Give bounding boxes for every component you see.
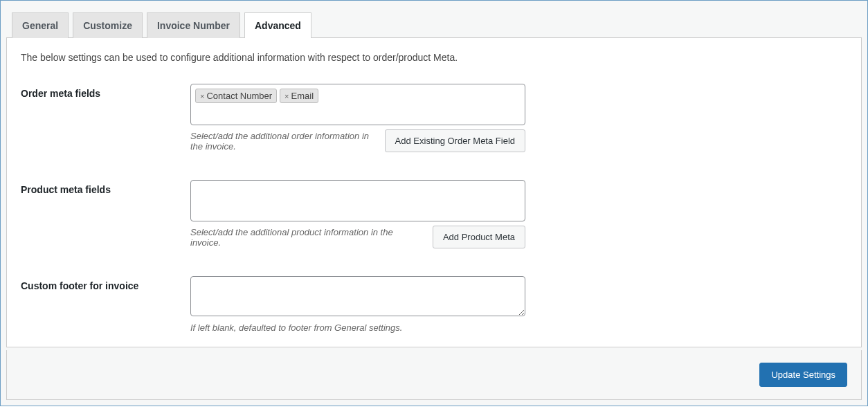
row-order-meta: Order meta fields ×Contact Number ×Email… [21, 84, 847, 152]
tab-general[interactable]: General [12, 12, 69, 38]
order-meta-help: Select/add the additional order informat… [190, 131, 378, 152]
custom-footer-textarea[interactable] [190, 276, 525, 316]
add-order-meta-button[interactable]: Add Existing Order Meta Field [385, 129, 525, 152]
tab-customize[interactable]: Customize [73, 12, 143, 38]
panel-intro: The below settings can be used to config… [21, 52, 847, 63]
tab-invoice-number[interactable]: Invoice Number [147, 12, 240, 38]
tag-label: Email [291, 91, 314, 101]
custom-footer-help: If left blank, defaulted to footer from … [190, 322, 525, 333]
update-settings-button[interactable]: Update Settings [759, 363, 847, 387]
close-icon[interactable]: × [284, 92, 289, 100]
tabs: General Customize Invoice Number Advance… [3, 3, 865, 37]
footer-bar: Update Settings [6, 350, 862, 400]
tag-email[interactable]: ×Email [280, 89, 318, 103]
add-product-meta-button[interactable]: Add Product Meta [433, 226, 525, 248]
tab-advanced[interactable]: Advanced [244, 12, 311, 38]
order-meta-label: Order meta fields [21, 84, 190, 99]
row-product-meta: Product meta fields Select/add the addit… [21, 180, 847, 248]
order-meta-input[interactable]: ×Contact Number ×Email [190, 84, 525, 125]
custom-footer-label: Custom footer for invoice [21, 276, 190, 291]
product-meta-label: Product meta fields [21, 180, 190, 195]
product-meta-input[interactable] [190, 180, 525, 221]
tag-label: Contact Number [206, 91, 272, 101]
close-icon[interactable]: × [200, 92, 204, 100]
settings-panel: The below settings can be used to config… [6, 37, 862, 347]
row-custom-footer: Custom footer for invoice If left blank,… [21, 276, 847, 333]
tag-contact-number[interactable]: ×Contact Number [195, 89, 277, 103]
product-meta-help: Select/add the additional product inform… [190, 227, 426, 248]
